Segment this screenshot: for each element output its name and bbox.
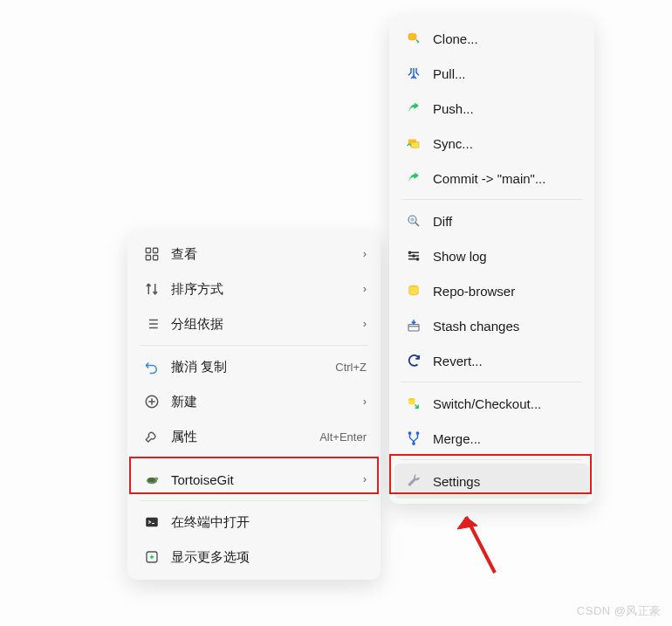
menu-item-merge[interactable]: Merge... <box>394 421 589 456</box>
svg-rect-3 <box>154 256 158 260</box>
menu-item-pull[interactable]: Pull... <box>394 56 589 91</box>
svg-point-27 <box>408 251 410 253</box>
menu-item-label: Revert... <box>433 354 580 368</box>
menu-item-label: 排序方式 <box>171 281 356 298</box>
group-icon <box>141 313 162 334</box>
menu-item-label: 在终端中打开 <box>171 514 367 531</box>
menu-item-label: Show log <box>433 249 580 264</box>
undo-icon <box>141 356 162 377</box>
svg-rect-1 <box>154 248 158 252</box>
menu-item-label: Push... <box>433 101 580 116</box>
menu-item-label: 新建 <box>171 394 356 410</box>
chevron-right-icon: › <box>363 473 367 485</box>
menu-item-grid[interactable]: 查看› <box>133 237 375 272</box>
svg-rect-15 <box>148 478 155 483</box>
menu-item-label: Commit -> "main"... <box>433 171 580 186</box>
menu-item-label: Settings <box>433 474 580 489</box>
menu-item-label: Merge... <box>433 431 580 446</box>
menu-separator <box>140 345 368 346</box>
menu-item-label: Clone... <box>433 31 580 46</box>
menu-item-group[interactable]: 分组依据› <box>133 306 375 341</box>
wrench-icon <box>403 471 424 492</box>
menu-separator <box>401 382 582 382</box>
context-menu-left: 查看›排序方式›分组依据›撤消 复制Ctrl+Z新建›属性Alt+EnterTo… <box>127 231 381 580</box>
pull-icon <box>403 63 424 84</box>
grid-icon <box>141 244 162 265</box>
menu-item-label: Sync... <box>433 136 580 151</box>
commit-icon <box>403 168 424 189</box>
svg-point-29 <box>416 258 418 260</box>
menu-separator <box>140 500 368 501</box>
menu-item-clone[interactable]: Clone... <box>394 21 589 56</box>
log-icon <box>403 245 424 266</box>
sort-icon <box>141 279 162 299</box>
svg-rect-31 <box>408 325 419 332</box>
sync-icon <box>403 133 424 154</box>
wrench-outline-icon <box>141 426 162 447</box>
svg-rect-0 <box>146 248 150 252</box>
menu-item-revert[interactable]: Revert... <box>394 343 589 378</box>
svg-marker-37 <box>457 517 477 529</box>
annotation-arrow <box>456 505 508 583</box>
svg-point-35 <box>413 443 415 444</box>
menu-item-label: 分组依据 <box>171 316 356 333</box>
chevron-right-icon: › <box>363 248 367 260</box>
repo-icon <box>403 280 424 301</box>
menu-item-stash[interactable]: Stash changes <box>394 308 589 343</box>
stash-icon <box>403 315 424 336</box>
menu-item-label: Pull... <box>433 66 580 81</box>
menu-separator <box>401 459 582 460</box>
more-icon <box>141 547 162 568</box>
menu-item-label: 显示更多选项 <box>171 549 367 566</box>
menu-item-repo[interactable]: Repo-browser <box>394 273 589 308</box>
clone-icon <box>403 28 424 49</box>
svg-point-33 <box>408 432 410 434</box>
menu-item-label: 查看 <box>171 246 356 263</box>
svg-point-28 <box>413 255 415 257</box>
merge-icon <box>403 428 424 449</box>
menu-item-label: Repo-browser <box>433 284 580 299</box>
svg-point-34 <box>416 432 418 434</box>
menu-item-sync[interactable]: Sync... <box>394 126 589 161</box>
diff-icon <box>403 210 424 231</box>
menu-item-label: Diff <box>433 214 580 229</box>
menu-item-label: Switch/Checkout... <box>433 396 580 411</box>
svg-rect-2 <box>146 256 150 260</box>
context-menu-right: Clone...Pull...Push...Sync...Commit -> "… <box>389 16 594 504</box>
menu-item-tortoise[interactable]: TortoiseGit› <box>133 462 375 497</box>
menu-item-terminal[interactable]: 在终端中打开 <box>133 505 375 540</box>
chevron-right-icon: › <box>363 318 367 330</box>
menu-item-hint: Alt+Enter <box>319 430 367 444</box>
svg-point-14 <box>154 477 158 480</box>
plus-icon <box>141 391 162 412</box>
menu-item-label: TortoiseGit <box>171 472 356 487</box>
push-icon <box>403 98 424 119</box>
menu-separator <box>401 199 582 200</box>
svg-rect-20 <box>411 142 419 148</box>
tortoise-icon <box>141 469 162 490</box>
svg-point-23 <box>410 217 415 222</box>
menu-item-log[interactable]: Show log <box>394 238 589 273</box>
menu-item-switch[interactable]: Switch/Checkout... <box>394 386 589 421</box>
menu-item-more[interactable]: 显示更多选项 <box>133 540 375 574</box>
menu-item-sort[interactable]: 排序方式› <box>133 272 375 306</box>
menu-item-diff[interactable]: Diff <box>394 203 589 238</box>
watermark: CSDN @风正豪 <box>577 603 662 619</box>
menu-item-label: 撤消 复制 <box>171 359 328 375</box>
terminal-icon <box>141 512 162 533</box>
chevron-right-icon: › <box>363 283 367 295</box>
revert-icon <box>403 350 424 371</box>
menu-item-label: 属性 <box>171 429 312 445</box>
menu-item-hint: Ctrl+Z <box>335 361 367 374</box>
menu-item-plus[interactable]: 新建› <box>133 384 375 419</box>
menu-item-wrench[interactable]: Settings <box>394 464 589 499</box>
menu-separator <box>140 457 368 458</box>
svg-line-22 <box>415 223 420 227</box>
svg-rect-16 <box>146 518 158 527</box>
switch-icon <box>403 393 424 414</box>
menu-item-wrench-outline[interactable]: 属性Alt+Enter <box>133 419 375 454</box>
menu-item-undo[interactable]: 撤消 复制Ctrl+Z <box>133 349 375 384</box>
menu-item-push[interactable]: Push... <box>394 91 589 126</box>
menu-item-commit[interactable]: Commit -> "main"... <box>394 161 589 196</box>
chevron-right-icon: › <box>363 396 367 408</box>
